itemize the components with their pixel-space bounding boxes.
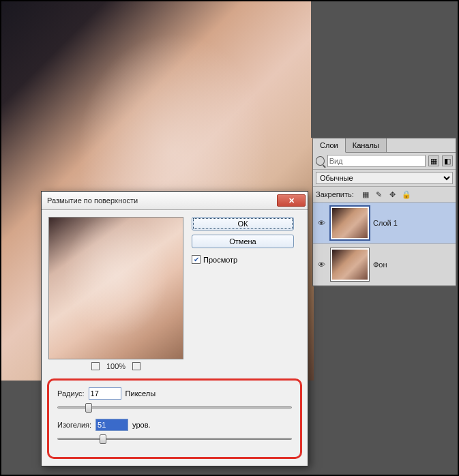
slider-track [57,406,292,408]
filter-toggle-icon[interactable]: ◧ [442,155,453,166]
dialog-title: Размытие по поверхности [47,196,277,205]
threshold-slider[interactable] [57,432,292,445]
layer-thumbnail[interactable] [331,207,369,239]
cancel-button[interactable]: Отмена [192,235,294,248]
layer-name[interactable]: Слой 1 [373,219,398,227]
slider-thumb[interactable] [85,403,92,413]
threshold-unit: уров. [132,421,151,429]
radius-input[interactable] [89,387,121,400]
close-button[interactable]: ✕ [277,194,306,207]
threshold-input[interactable] [95,419,128,431]
filter-image-icon[interactable]: ▦ [428,155,439,166]
params-highlight: Радиус: Пикселы Изогелия: уров. [47,378,302,459]
layer-thumbnail[interactable] [331,248,369,281]
lock-all-icon[interactable]: 🔒 [402,190,411,199]
layer-row[interactable]: 👁 Фон [313,244,456,286]
ok-button[interactable]: ОК [192,217,294,230]
lock-pixels-icon[interactable]: ▦ [361,190,370,199]
preview-checkbox[interactable]: ✔ [192,255,201,264]
preview-area: 100% [48,217,183,370]
tab-layers[interactable]: Слои [313,138,346,153]
preview-label: Просмотр [203,256,237,264]
lock-label: Закрепить: [316,190,354,198]
radius-slider[interactable] [57,401,292,413]
layer-name[interactable]: Фон [373,261,387,269]
dialog-buttons: ОК Отмена ✔ Просмотр [192,217,294,370]
preview-checkbox-row: ✔ Просмотр [192,255,294,264]
slider-thumb[interactable] [100,434,106,444]
visibility-icon[interactable]: 👁 [316,218,327,228]
lock-move-icon[interactable]: ✥ [388,190,398,199]
layer-list: 👁 Слой 1 👁 Фон [313,203,456,286]
visibility-icon[interactable]: 👁 [316,259,327,270]
lock-row: Закрепить: ▦ ✎ ✥ 🔒 [313,187,456,203]
blend-mode-row: Обычные [313,170,456,187]
lock-icons: ▦ ✎ ✥ 🔒 [361,190,411,199]
search-icon [316,156,325,166]
dialog-titlebar[interactable]: Размытие по поверхности ✕ [42,192,308,210]
layer-row[interactable]: 👁 Слой 1 [313,203,456,244]
layers-panel: Слои Каналы ▦ ◧ Обычные Закрепить: ▦ ✎ ✥… [312,138,456,286]
blend-mode-select[interactable]: Обычные [316,172,453,184]
surface-blur-dialog: Размытие по поверхности ✕ 100% ОК Отмена… [41,191,308,466]
dialog-body: 100% ОК Отмена ✔ Просмотр [42,210,308,377]
tab-channels[interactable]: Каналы [346,138,387,152]
panel-tabs: Слои Каналы [313,138,456,153]
slider-track [57,438,292,440]
preview-image[interactable] [48,217,183,359]
radius-row: Радиус: Пикселы [57,387,292,400]
app-window: Слои Каналы ▦ ◧ Обычные Закрепить: ▦ ✎ ✥… [0,0,459,476]
threshold-row: Изогелия: уров. [57,419,292,431]
lock-brush-icon[interactable]: ✎ [374,190,384,199]
radius-unit: Пикселы [125,389,156,398]
layer-filter-input[interactable] [327,155,426,167]
workspace-bg-right [311,1,458,138]
layer-filter-row: ▦ ◧ [313,153,456,170]
radius-label: Радиус: [57,389,85,398]
threshold-label: Изогелия: [57,421,91,429]
